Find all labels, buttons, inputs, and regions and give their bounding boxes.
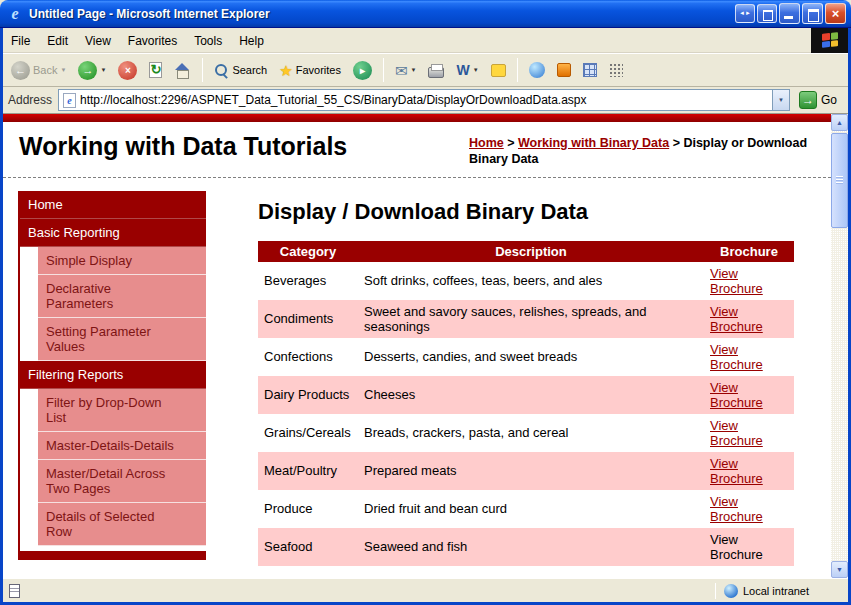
media-button[interactable]: ▸ — [349, 58, 376, 83]
home-icon — [174, 63, 191, 78]
address-dropdown-button[interactable]: ▼ — [772, 90, 789, 110]
breadcrumb-separator: > — [669, 136, 683, 150]
back-label: Back — [33, 64, 57, 76]
view-brochure-link[interactable]: View Brochure — [710, 418, 763, 448]
vertical-scrollbar[interactable]: ▲ ▼ — [831, 114, 848, 578]
scrollbar-thumb[interactable] — [831, 133, 848, 228]
orange-toolbar-button[interactable] — [553, 60, 575, 80]
sidebar-section-home[interactable]: Home — [20, 191, 206, 219]
cell-description: Breads, crackers, pasta, and cereal — [358, 414, 704, 452]
cell-brochure: View Brochure — [704, 528, 794, 566]
grid-toolbar-button[interactable] — [605, 60, 627, 80]
back-button[interactable]: ← Back ▼ — [7, 58, 70, 83]
sidebar-item-filter-by-drop-down-list[interactable]: Filter by Drop-Down List — [38, 389, 206, 432]
title-bar[interactable]: e Untitled Page - Microsoft Internet Exp… — [0, 0, 851, 28]
word-icon: W — [456, 63, 469, 78]
favorites-label: Favorites — [296, 64, 341, 76]
breadcrumb-separator: > — [504, 136, 518, 150]
status-left-pane — [7, 582, 712, 600]
minimize-button[interactable] — [779, 3, 800, 24]
titlebar-buttons: ◄► × — [735, 3, 846, 24]
favorites-button[interactable]: ★ Favorites — [275, 60, 345, 81]
maximize-button[interactable] — [802, 3, 823, 24]
edit-with-word-button[interactable]: W ▼ — [452, 60, 482, 81]
view-brochure-link[interactable]: View Brochure — [710, 266, 763, 296]
table-header-row: CategoryDescriptionBrochure — [258, 241, 794, 262]
cell-category: Confections — [258, 338, 358, 376]
sidebar-item-master-detail-across-two-pages[interactable]: Master/Detail Across Two Pages — [38, 460, 206, 503]
scroll-up-button[interactable]: ▲ — [831, 114, 848, 131]
blue-globe-toolbar-button[interactable] — [525, 59, 549, 81]
view-brochure-link[interactable]: View Brochure — [710, 380, 763, 410]
forward-icon: → — [78, 61, 97, 80]
go-arrow-icon: → — [799, 91, 817, 109]
windows-flag-icon — [822, 32, 838, 48]
cell-description: Soft drinks, coffees, teas, beers, and a… — [358, 262, 704, 300]
column-header-category: Category — [258, 241, 358, 262]
address-input[interactable] — [80, 90, 772, 110]
menu-help[interactable]: Help — [239, 34, 264, 48]
menu-tools[interactable]: Tools — [194, 34, 222, 48]
calculator-toolbar-button[interactable] — [579, 60, 601, 80]
cell-category: Beverages — [258, 262, 358, 300]
refresh-button[interactable] — [145, 59, 166, 81]
breadcrumb: Home > Working with Binary Data > Displa… — [469, 132, 821, 168]
stop-button[interactable]: × — [114, 58, 141, 83]
address-bar: Address e ▼ → Go — [3, 87, 848, 114]
cell-brochure: View Brochure — [704, 414, 794, 452]
sidebar-item-declarative-parameters[interactable]: Declarative Parameters — [38, 275, 206, 318]
forward-button[interactable]: → ▼ — [74, 58, 110, 83]
search-button[interactable]: Search — [210, 60, 271, 81]
cell-category: Seafood — [258, 528, 358, 566]
breadcrumb-link-home[interactable]: Home — [469, 136, 504, 150]
breadcrumb-link-working-with-binary-data[interactable]: Working with Binary Data — [518, 136, 669, 150]
forward-dropdown-icon: ▼ — [100, 67, 106, 73]
view-brochure-link[interactable]: View Brochure — [710, 494, 763, 524]
sidebar-section-partial[interactable] — [20, 551, 206, 560]
print-button[interactable] — [424, 60, 448, 81]
menu-edit[interactable]: Edit — [47, 34, 68, 48]
titlebar-extra-window-button[interactable] — [757, 4, 777, 23]
word-dropdown-icon: ▼ — [473, 67, 479, 73]
status-bar: Local intranet — [3, 578, 848, 602]
table-row-dairy-products: Dairy ProductsCheesesView Brochure — [258, 376, 794, 414]
cell-description: Seaweed and fish — [358, 528, 704, 566]
menu-file[interactable]: File — [11, 34, 30, 48]
cell-brochure: View Brochure — [704, 490, 794, 528]
sidebar-section-basic-reporting[interactable]: Basic Reporting — [20, 219, 206, 247]
toolbar-separator — [383, 58, 384, 82]
sidebar-menu: HomeBasic ReportingSimple DisplayDeclara… — [18, 191, 206, 560]
close-button[interactable]: × — [825, 3, 846, 24]
view-brochure-link[interactable]: View Brochure — [710, 304, 763, 334]
view-brochure-link[interactable]: View Brochure — [710, 342, 763, 372]
cell-description: Dried fruit and bean curd — [358, 490, 704, 528]
discuss-button[interactable] — [487, 61, 510, 80]
menu-view[interactable]: View — [85, 34, 111, 48]
category-table: CategoryDescriptionBrochure BeveragesSof… — [258, 241, 794, 566]
sidebar-item-master-details-details[interactable]: Master-Details-Details — [38, 432, 206, 460]
sidebar-section-filtering-reports[interactable]: Filtering Reports — [20, 361, 206, 389]
page-favicon: e — [63, 93, 76, 108]
table-body: BeveragesSoft drinks, coffees, teas, bee… — [258, 262, 794, 566]
menu-favorites[interactable]: Favorites — [128, 34, 177, 48]
menu-bar: FileEditViewFavoritesToolsHelp — [3, 28, 848, 53]
scroll-down-button[interactable]: ▼ — [831, 561, 848, 578]
cell-category: Meat/Poultry — [258, 452, 358, 490]
cell-description: Prepared meats — [358, 452, 704, 490]
titlebar-extra-arrows-button[interactable]: ◄► — [735, 4, 755, 23]
sidebar-item-simple-display[interactable]: Simple Display — [38, 247, 206, 275]
go-button[interactable]: → Go — [796, 89, 843, 111]
sidebar-item-setting-parameter-values[interactable]: Setting Parameter Values — [38, 318, 206, 361]
calculator-icon — [583, 63, 597, 77]
mail-button[interactable]: ✉ ▼ — [391, 60, 421, 81]
page-top-red-band — [3, 114, 831, 122]
mail-icon: ✉ — [395, 63, 408, 78]
view-brochure-link[interactable]: View Brochure — [710, 456, 763, 486]
address-input-box: e ▼ — [58, 89, 790, 111]
table-row-beverages: BeveragesSoft drinks, coffees, teas, bee… — [258, 262, 794, 300]
page-body: HomeBasic ReportingSimple DisplayDeclara… — [3, 178, 831, 566]
brochure-text: View Brochure — [710, 532, 763, 562]
window-frame: FileEditViewFavoritesToolsHelp ← Back ▼ … — [0, 28, 851, 605]
home-button[interactable] — [170, 60, 195, 81]
sidebar-item-details-of-selected-row[interactable]: Details of Selected Row — [38, 503, 206, 546]
